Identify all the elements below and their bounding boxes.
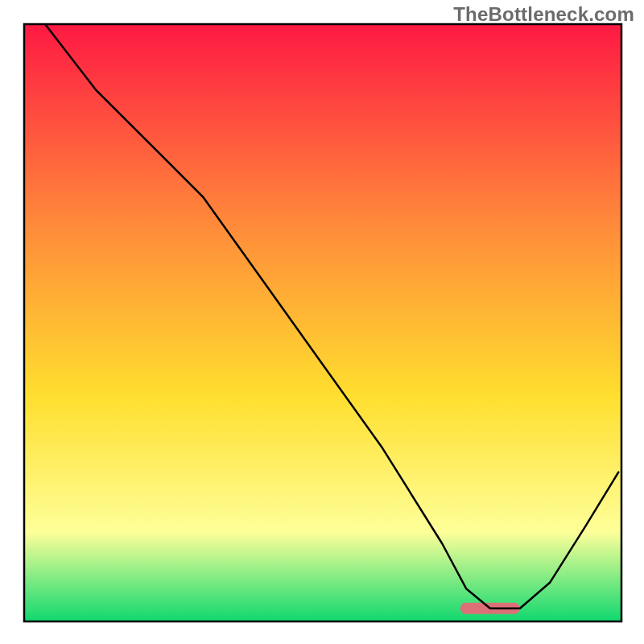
chart-container: TheBottleneck.com (0, 0, 644, 644)
bottleneck-chart (0, 0, 644, 644)
gradient-background (24, 24, 621, 621)
